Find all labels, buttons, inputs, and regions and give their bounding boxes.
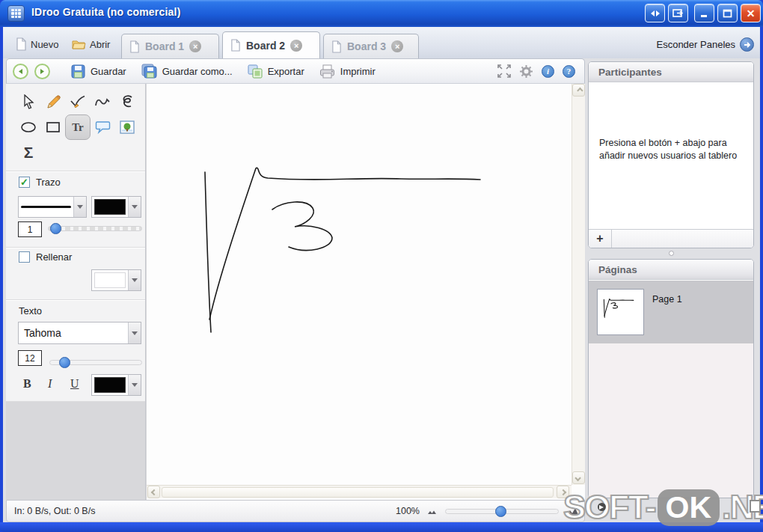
save-button[interactable]: Guardar xyxy=(64,61,134,82)
zoom-slider[interactable] xyxy=(445,509,559,514)
close-icon: ✕ xyxy=(747,7,756,19)
zoom-level: 100% xyxy=(396,506,420,516)
stroke-color-select[interactable] xyxy=(91,196,141,218)
vertical-scrollbar[interactable] xyxy=(572,84,585,485)
participants-panel: Participantes Presiona el botón + abajo … xyxy=(588,61,754,248)
forward-arrow-icon xyxy=(39,68,46,75)
scroll-down-button[interactable] xyxy=(572,471,585,484)
board-page-icon xyxy=(129,40,140,53)
horizontal-scrollbar[interactable] xyxy=(147,485,572,498)
fullscreen-icon[interactable] xyxy=(497,64,511,78)
font-size-input[interactable]: 12 xyxy=(18,350,42,366)
scroll-left-button[interactable] xyxy=(147,486,160,498)
line-style-sample xyxy=(21,199,71,215)
settings-gear-icon[interactable] xyxy=(519,64,533,79)
panel-empty-area xyxy=(6,402,145,500)
zoom-out-icon[interactable] xyxy=(427,508,438,515)
tools-panel: Tr Σ ✓ Trazo 1 xyxy=(6,84,146,500)
stroke-checkbox[interactable]: ✓ xyxy=(19,177,30,188)
detach-window-button[interactable] xyxy=(668,4,688,22)
window-arrow-icon xyxy=(672,8,684,18)
save-as-button[interactable]: Guardar como... xyxy=(134,61,240,82)
export-label: Exportar xyxy=(268,66,304,77)
minimize-button[interactable] xyxy=(694,4,714,22)
font-family-select[interactable]: Tahoma xyxy=(18,322,141,344)
export-icon xyxy=(248,64,263,79)
page-list-item-selected[interactable]: Page 1 xyxy=(589,281,753,343)
comment-tool-button[interactable] xyxy=(92,117,113,138)
ellipse-tool-button[interactable] xyxy=(18,117,39,138)
fill-color-select[interactable] xyxy=(91,269,141,291)
scribble-icon xyxy=(120,94,135,109)
info-icon: i xyxy=(547,67,549,76)
pan-toggle-button[interactable] xyxy=(645,4,665,22)
participants-header: Participantes xyxy=(589,62,753,82)
info-button[interactable]: i xyxy=(542,65,554,78)
stroke-style-select[interactable] xyxy=(18,196,87,218)
save-label: Guardar xyxy=(91,66,126,77)
italic-button[interactable]: I xyxy=(48,377,52,391)
tab-close-icon[interactable]: × xyxy=(391,40,403,52)
text-color-swatch xyxy=(94,377,126,393)
image-tool-button[interactable] xyxy=(117,117,138,138)
formula-tool-button[interactable]: Σ xyxy=(18,142,39,163)
new-document-icon xyxy=(16,37,27,51)
plus-icon: + xyxy=(596,232,603,245)
chevron-left-icon xyxy=(150,489,156,495)
print-button[interactable]: Imprimir xyxy=(312,61,383,82)
close-button[interactable]: ✕ xyxy=(741,4,761,22)
help-icon: ? xyxy=(567,67,572,76)
sigma-icon: Σ xyxy=(24,144,34,162)
pages-panel: Páginas Page 1 xyxy=(588,259,754,498)
watermark-page-icon xyxy=(750,500,761,513)
underline-button[interactable]: U xyxy=(70,377,79,391)
new-board-button[interactable]: Nuevo xyxy=(16,36,59,52)
page-thumbnail[interactable] xyxy=(597,289,644,335)
zoom-slider-thumb[interactable] xyxy=(495,506,506,517)
panel-splitter-handle[interactable] xyxy=(669,251,674,256)
left-right-arrows-icon xyxy=(650,10,661,17)
watermark-text-1: SOFT- xyxy=(563,488,655,527)
forward-button[interactable] xyxy=(34,64,50,79)
chevron-down-icon xyxy=(574,474,580,480)
scrollbar-thumb[interactable] xyxy=(162,487,554,498)
back-button[interactable] xyxy=(13,64,28,79)
text-color-select[interactable] xyxy=(91,374,141,396)
fill-checkbox[interactable] xyxy=(19,251,30,263)
polyline-tool-button[interactable] xyxy=(92,91,113,112)
stroke-width-input[interactable]: 1 xyxy=(18,221,42,237)
scroll-up-button[interactable] xyxy=(572,84,585,97)
text-tool-button[interactable]: Tr xyxy=(65,114,91,140)
tab-bar: Nuevo Abrir Board 1 × Board 2 × Board 3 … xyxy=(3,27,760,58)
app-logo-icon xyxy=(7,5,25,22)
pencil-tool-button[interactable] xyxy=(43,91,64,112)
slider-thumb[interactable] xyxy=(50,223,61,234)
tab-close-icon[interactable]: × xyxy=(189,40,201,52)
image-icon xyxy=(120,120,135,134)
pencil-icon xyxy=(46,94,61,109)
tab-close-icon[interactable]: × xyxy=(290,40,302,52)
slider-thumb[interactable] xyxy=(59,357,70,368)
fill-label: Rellenar xyxy=(36,251,72,263)
brush-tool-button[interactable] xyxy=(67,91,88,112)
tab-label: Board 2 xyxy=(246,40,285,52)
bold-button[interactable]: B xyxy=(23,377,31,391)
font-size-slider[interactable] xyxy=(49,360,142,365)
stroke-width-slider[interactable] xyxy=(48,226,142,231)
export-button[interactable]: Exportar xyxy=(240,61,312,82)
rectangle-tool-button[interactable] xyxy=(43,117,64,138)
open-board-button[interactable]: Abrir xyxy=(72,36,110,52)
tab-board-3[interactable]: Board 3 × xyxy=(323,34,419,58)
board-page-icon xyxy=(230,39,241,52)
open-folder-icon xyxy=(72,38,86,50)
maximize-button[interactable] xyxy=(717,4,738,22)
help-button[interactable]: ? xyxy=(563,65,575,78)
whiteboard-canvas[interactable] xyxy=(146,84,585,500)
tab-board-2[interactable]: Board 2 × xyxy=(222,31,320,58)
freeform-tool-button[interactable] xyxy=(117,91,138,112)
add-participant-button[interactable]: + xyxy=(589,230,612,248)
select-tool-button[interactable] xyxy=(18,91,39,112)
chevron-down-icon xyxy=(128,197,141,217)
tab-board-1[interactable]: Board 1 × xyxy=(121,34,219,58)
hide-panels-button[interactable]: Esconder Paneles xyxy=(656,37,754,52)
